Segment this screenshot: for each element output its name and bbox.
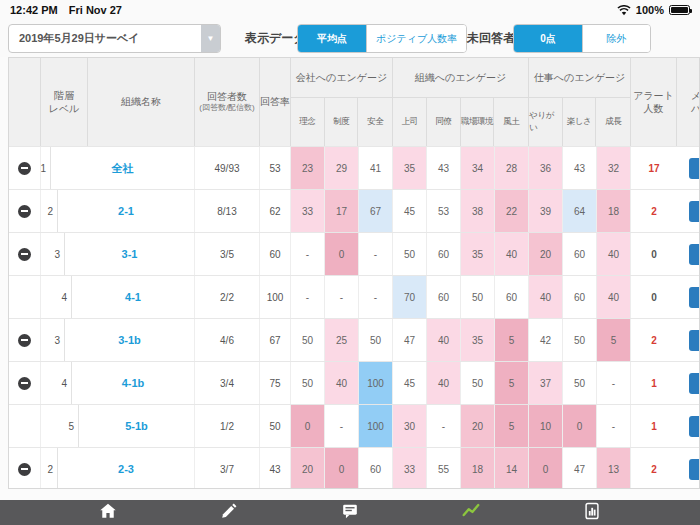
nonresponse-segmented: 0点除外	[513, 24, 651, 53]
member-list-button[interactable]	[689, 244, 700, 265]
score-cell: 60	[563, 276, 597, 318]
survey-results-table: 階層 レベル組織名称回答者数(回答数/配信数)回答率会社へのエンゲージ理念制度安…	[8, 57, 700, 489]
score-cell: -	[325, 405, 359, 447]
org-name-link[interactable]: 5-1b	[79, 405, 195, 447]
date: Fri Nov 27	[69, 4, 122, 16]
nav-item-home[interactable]	[86, 500, 130, 525]
score-cell: 40	[325, 362, 359, 404]
score-cell: 20	[461, 405, 495, 447]
alert-count-cell: 2	[631, 448, 677, 489]
score-cell: 40	[597, 233, 631, 275]
respondents-cell: 4/6	[195, 319, 260, 361]
chevron-down-icon: ▼	[201, 25, 220, 52]
org-name-link[interactable]: 2-1	[58, 190, 195, 232]
collapse-row-icon[interactable]	[18, 205, 31, 218]
nav-report-icon	[582, 501, 602, 525]
score-cell: 50	[563, 319, 597, 361]
collapse-row-icon[interactable]	[18, 463, 31, 476]
score-cell: 50	[461, 276, 495, 318]
nonresponse-option-2[interactable]: 除外	[582, 25, 650, 52]
score-cell: 40	[529, 276, 563, 318]
display-data-option-2[interactable]: ポジティブ人数率	[366, 25, 466, 52]
org-name-link[interactable]: 4-1	[72, 276, 195, 318]
score-cell: 50	[291, 362, 325, 404]
alert-count-cell: 2	[631, 190, 677, 232]
score-cell: 50	[291, 319, 325, 361]
member-list-button[interactable]	[689, 287, 700, 308]
member-cell	[677, 448, 700, 489]
level-cell: 4	[41, 362, 72, 404]
member-header-label: メンバー	[691, 89, 700, 116]
score-cell: 17	[325, 190, 359, 232]
table-row: 44-12/2100---706050604060400	[9, 275, 700, 318]
org-name-link[interactable]: 3-1	[65, 233, 195, 275]
respondents-column-header: 回答者数(回答数/配信数)	[195, 58, 260, 146]
nonresponse-option-1[interactable]: 0点	[514, 25, 582, 52]
score-subheader-理念: 理念	[291, 98, 325, 146]
nav-item-trend[interactable]	[449, 500, 493, 525]
member-list-button[interactable]	[689, 373, 700, 394]
score-subheaders: やりがい楽しさ成長	[529, 98, 630, 146]
member-list-button[interactable]	[689, 330, 700, 351]
score-cell: 33	[393, 448, 427, 489]
display-data-option-1[interactable]: 平均点	[298, 25, 366, 52]
survey-select[interactable]: 2019年5月29日サーベイ ▼	[8, 24, 221, 53]
member-list-button[interactable]	[689, 416, 700, 437]
score-subheader-上司: 上司	[393, 98, 427, 146]
org-name-link[interactable]: 4-1b	[72, 362, 195, 404]
score-cell: 0	[325, 233, 359, 275]
score-subheaders: 上司同僚職場環境風土	[393, 98, 528, 146]
score-cell: 10	[529, 405, 563, 447]
expand-cell	[9, 405, 41, 447]
collapse-row-icon[interactable]	[18, 334, 31, 347]
score-cell: 0	[563, 405, 597, 447]
member-list-button[interactable]	[689, 201, 700, 222]
alert-count-cell: 2	[631, 319, 677, 361]
score-cell: 13	[597, 448, 631, 489]
member-cell	[677, 276, 700, 318]
nav-trend-icon	[460, 501, 482, 525]
score-group-2: 組織へのエンゲージ上司同僚職場環境風土	[393, 58, 529, 146]
member-list-button[interactable]	[689, 158, 700, 179]
alert-count-cell: 0	[631, 276, 677, 318]
score-cell: 32	[597, 147, 631, 189]
alert-count-column-header: アラート 人数	[631, 58, 677, 146]
nav-edit-icon	[219, 501, 239, 525]
score-cell: 42	[529, 319, 563, 361]
nav-home-icon	[98, 501, 118, 525]
respondents-header-line1: 回答者数	[199, 90, 255, 104]
expand-column-header	[9, 58, 41, 146]
score-cell: 40	[495, 233, 529, 275]
score-cell: 18	[461, 448, 495, 489]
nav-item-comments[interactable]	[328, 500, 372, 525]
score-cell: -	[359, 276, 393, 318]
score-cell: 25	[325, 319, 359, 361]
respondents-cell: 3/4	[195, 362, 260, 404]
org-name-link[interactable]: 全社	[51, 147, 195, 189]
collapse-row-icon[interactable]	[18, 248, 31, 261]
nav-item-report[interactable]	[570, 500, 614, 525]
battery-percent: 100%	[636, 4, 664, 16]
score-cell: 5	[495, 362, 529, 404]
nav-item-edit[interactable]	[207, 500, 251, 525]
score-cell: 53	[427, 190, 461, 232]
level-cell: 3	[41, 319, 65, 361]
table-header: 階層 レベル組織名称回答者数(回答数/配信数)回答率会社へのエンゲージ理念制度安…	[9, 58, 700, 146]
member-list-button[interactable]	[689, 459, 700, 480]
clock: 12:42 PM	[10, 4, 58, 16]
score-cell: 22	[495, 190, 529, 232]
score-cell: 47	[393, 319, 427, 361]
score-cell: 100	[359, 405, 393, 447]
battery-icon	[669, 5, 690, 15]
score-subheader-制度: 制度	[325, 98, 359, 146]
collapse-row-icon[interactable]	[18, 162, 31, 175]
response-rate-cell: 100	[260, 276, 291, 318]
score-cell: 39	[529, 190, 563, 232]
score-cell: 50	[359, 319, 393, 361]
org-name-link[interactable]: 2-3	[58, 448, 195, 489]
expand-cell	[9, 147, 41, 189]
org-name-link[interactable]: 3-1b	[65, 319, 195, 361]
collapse-row-icon[interactable]	[18, 377, 31, 390]
nonresponse-label: 未回答者	[467, 20, 515, 57]
status-indicators: 100%	[617, 4, 690, 16]
